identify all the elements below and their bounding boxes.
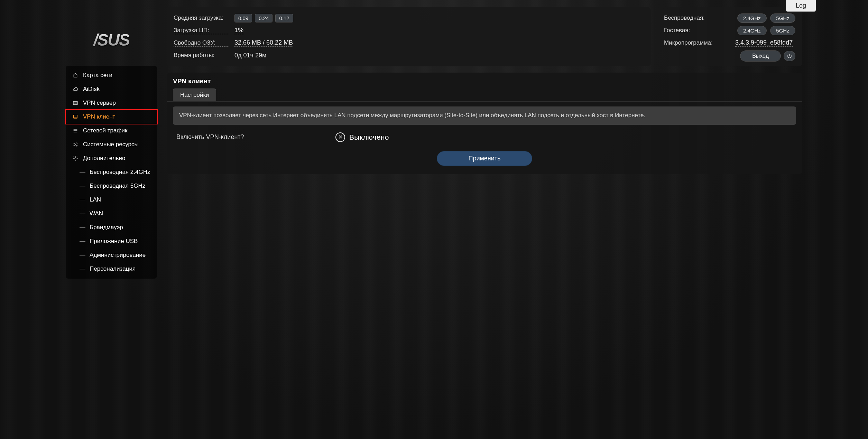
tabs: Настройки xyxy=(167,88,802,102)
enable-toggle[interactable]: ✕ Выключено xyxy=(335,132,389,142)
tab-settings[interactable]: Настройки xyxy=(173,88,216,101)
home-icon xyxy=(72,73,79,78)
nav-advanced[interactable]: Дополнительно xyxy=(66,151,157,165)
nav-sub-label: Администрирование xyxy=(90,252,146,259)
sidebar: /SUS Карта сети AiDisk xyxy=(66,7,157,279)
nav-sub-wifi24[interactable]: —Беспроводная 2.4GHz xyxy=(66,165,157,179)
enable-state: Выключено xyxy=(349,133,389,141)
ram-value: 32.66 MB / 60.22 MB xyxy=(234,39,293,47)
info-box: VPN-клиент позволяет через сеть Интернет… xyxy=(173,106,796,125)
log-tab-label: Log xyxy=(796,2,806,9)
nav-sub-label: Персонализация xyxy=(90,265,136,272)
firmware-label: Микропрограмма: xyxy=(664,39,730,46)
status-card-network: Беспроводная: 2.4GHz 5GHz Гостевая: 2.4G… xyxy=(657,7,802,66)
brand-logo: /SUS xyxy=(66,14,157,66)
dash-icon: — xyxy=(80,265,85,272)
nav-sys-resources[interactable]: Системные ресурсы xyxy=(66,138,157,151)
nav-sub-label: Приложение USB xyxy=(90,238,138,245)
wireless-label: Беспроводная: xyxy=(664,15,730,21)
nav-label: VPN сервер xyxy=(83,100,116,106)
power-icon xyxy=(787,54,792,58)
dash-icon: — xyxy=(80,196,85,203)
brand-text: /SUS xyxy=(93,30,129,49)
firmware-value[interactable]: 3.4.3.9-099_e58fdd7 xyxy=(735,39,793,47)
nav-label: AiDisk xyxy=(83,86,100,93)
gear-icon xyxy=(72,156,79,161)
dash-icon: — xyxy=(80,224,85,231)
nav-traffic[interactable]: Сетевой трафик xyxy=(66,124,157,138)
content-card: VPN клиент Настройки VPN-клиент позволяе… xyxy=(167,73,802,174)
nav-sub-wifi5[interactable]: —Беспроводная 5GHz xyxy=(66,179,157,193)
main-column: Средняя загрузка: 0.09 0.24 0.12 Загрузк… xyxy=(167,7,802,279)
uptime-value: 0д 01ч 29м xyxy=(234,52,266,59)
nav-aidisk[interactable]: AiDisk xyxy=(66,82,157,96)
nav-network-map[interactable]: Карта сети xyxy=(66,68,157,82)
load-pill-2: 0.24 xyxy=(255,14,273,22)
power-button[interactable] xyxy=(784,51,795,61)
nav-vpn-server[interactable]: VPN сервер xyxy=(66,96,157,110)
svg-point-3 xyxy=(75,158,76,159)
log-tab[interactable]: Log xyxy=(786,0,816,12)
cloud-icon xyxy=(72,86,79,92)
wireless-24-chip[interactable]: 2.4GHz xyxy=(737,13,767,23)
close-circle-icon: ✕ xyxy=(335,132,345,142)
guest-5-chip[interactable]: 5GHz xyxy=(770,26,795,35)
load-pill-3: 0.12 xyxy=(275,14,293,22)
enable-label: Включить VPN-клиент? xyxy=(176,133,322,141)
nav-sub-firewall[interactable]: —Брандмауэр xyxy=(66,221,157,234)
uptime-label: Время работы: xyxy=(174,52,229,59)
guest-label: Гостевая: xyxy=(664,27,730,34)
svg-rect-2 xyxy=(74,115,77,118)
status-row: Средняя загрузка: 0.09 0.24 0.12 Загрузк… xyxy=(167,7,802,66)
nav-label: Системные ресурсы xyxy=(83,141,139,148)
svg-rect-0 xyxy=(73,101,77,103)
load-pill-1: 0.09 xyxy=(234,14,252,22)
drive-icon xyxy=(72,114,79,120)
dash-icon: — xyxy=(80,183,85,189)
apply-button[interactable]: Применить xyxy=(437,151,532,166)
ram-label: Свободно ОЗУ: xyxy=(174,39,229,47)
nav-sub-label: Беспроводная 2.4GHz xyxy=(90,169,150,176)
shuffle-icon xyxy=(72,142,79,147)
avg-load-label: Средняя загрузка: xyxy=(174,15,229,21)
nav-sub-label: Беспроводная 5GHz xyxy=(90,183,145,189)
dash-icon: — xyxy=(80,169,85,176)
nav-label: Сетевой трафик xyxy=(83,127,127,134)
cpu-value: 1% xyxy=(234,27,243,34)
guest-24-chip[interactable]: 2.4GHz xyxy=(737,26,767,35)
nav-sub-usb-app[interactable]: —Приложение USB xyxy=(66,234,157,248)
server-icon xyxy=(72,100,79,106)
list-icon xyxy=(72,128,79,133)
cpu-label: Загрузка ЦП: xyxy=(174,27,229,34)
dash-icon: — xyxy=(80,210,85,217)
nav-label: Карта сети xyxy=(83,72,112,79)
page-title: VPN клиент xyxy=(173,77,796,85)
nav-label: VPN клиент xyxy=(83,113,115,120)
nav-sub-label: Брандмауэр xyxy=(90,224,123,231)
nav-sub-label: WAN xyxy=(90,210,103,217)
status-card-system: Средняя загрузка: 0.09 0.24 0.12 Загрузк… xyxy=(167,7,651,66)
nav-label: Дополнительно xyxy=(83,155,125,162)
avg-load-value: 0.09 0.24 0.12 xyxy=(234,14,294,22)
nav-sub-lan[interactable]: —LAN xyxy=(66,193,157,207)
main-nav: Карта сети AiDisk VPN сервер xyxy=(66,66,157,279)
nav-sub-wan[interactable]: —WAN xyxy=(66,207,157,221)
logout-button[interactable]: Выход xyxy=(740,50,781,62)
svg-rect-1 xyxy=(73,103,77,105)
nav-sub-admin[interactable]: —Администрирование xyxy=(66,248,157,262)
nav-sub-label: LAN xyxy=(90,196,101,203)
nav-vpn-client[interactable]: VPN клиент xyxy=(65,109,158,124)
wireless-5-chip[interactable]: 5GHz xyxy=(770,13,795,23)
dash-icon: — xyxy=(80,252,85,259)
dash-icon: — xyxy=(80,238,85,245)
enable-row: Включить VPN-клиент? ✕ Выключено xyxy=(173,125,796,145)
nav-sub-personalize[interactable]: —Персонализация xyxy=(66,262,157,276)
